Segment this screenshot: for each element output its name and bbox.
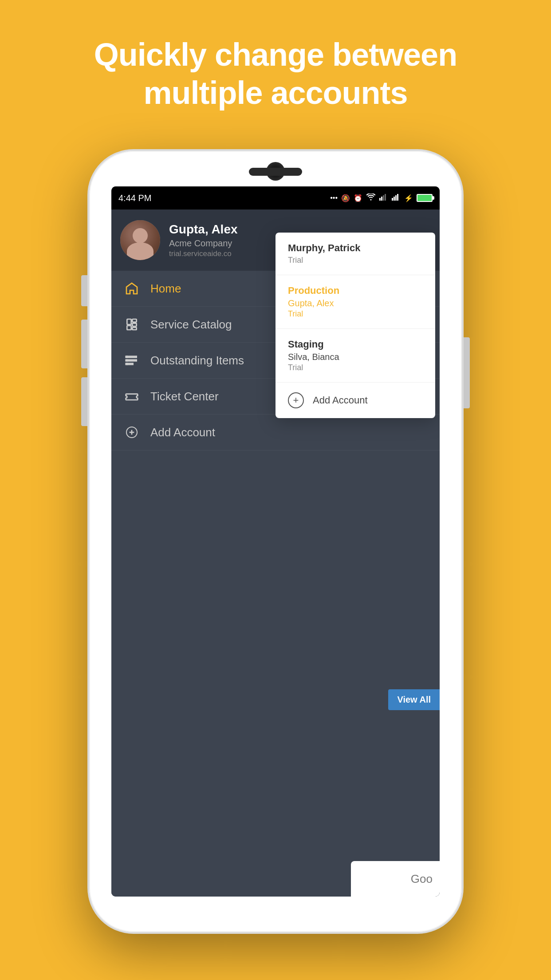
add-account-nav-icon	[124, 424, 140, 440]
murphy-env-name: Murphy, Patrick	[288, 242, 423, 254]
status-bar: 4:44 PM ••• 🔕 ⏰	[111, 186, 440, 209]
production-user-name: Gupta, Alex	[288, 298, 423, 308]
nav-label-home: Home	[150, 282, 181, 296]
svg-rect-11	[127, 326, 131, 330]
svg-rect-10	[132, 323, 136, 326]
svg-rect-15	[127, 364, 133, 365]
nav-label-outstanding-items: Outstanding Items	[150, 354, 244, 368]
mute-icon: 🔕	[341, 194, 350, 202]
earpiece-speaker	[249, 168, 302, 176]
murphy-tier: Trial	[288, 256, 423, 265]
dots-icon: •••	[330, 194, 338, 202]
svg-rect-12	[132, 328, 136, 330]
signal-icon	[379, 194, 388, 202]
charging-icon: ⚡	[404, 194, 413, 202]
status-time: 4:44 PM	[118, 193, 151, 203]
ticket-icon	[124, 388, 140, 404]
headline-line2: multiple accounts	[143, 75, 407, 111]
avatar	[120, 220, 160, 260]
svg-rect-16	[126, 356, 127, 358]
headline-line1: Quickly change between	[94, 37, 457, 72]
alarm-icon: ⏰	[354, 194, 362, 202]
production-tier: Trial	[288, 309, 423, 319]
production-env-name: Production	[288, 285, 423, 296]
svg-rect-9	[132, 319, 136, 322]
svg-rect-13	[127, 356, 136, 358]
add-circle-icon	[288, 392, 304, 408]
phone-device: 4:44 PM ••• 🔕 ⏰	[89, 151, 462, 932]
bottom-overlay: Goo	[351, 861, 440, 897]
dropdown-add-account-label: Add Account	[313, 395, 368, 406]
staging-tier: Trial	[288, 363, 423, 372]
app-content: Gupta, Alex Acme Company trial.serviceai…	[111, 209, 440, 897]
home-icon	[124, 281, 140, 296]
svg-rect-0	[379, 198, 381, 201]
account-item-murphy[interactable]: Murphy, Patrick Trial	[276, 233, 435, 275]
view-all-button[interactable]: View All	[388, 689, 440, 710]
avatar-image	[120, 220, 160, 260]
svg-rect-14	[127, 360, 136, 361]
battery-icon	[417, 194, 433, 202]
power-button	[464, 337, 470, 408]
svg-rect-17	[126, 360, 127, 361]
account-item-production[interactable]: Production Gupta, Alex Trial	[276, 275, 435, 329]
nav-item-add-account[interactable]: Add Account	[111, 415, 440, 450]
svg-rect-8	[127, 319, 131, 324]
svg-rect-7	[397, 194, 398, 201]
svg-rect-5	[394, 197, 395, 201]
staging-env-name: Staging	[288, 339, 423, 350]
list-icon	[124, 352, 140, 368]
nav-label-add-account: Add Account	[150, 426, 215, 439]
svg-rect-6	[395, 195, 397, 201]
nav-label-ticket-center: Ticket Center	[150, 390, 219, 403]
volume-mute-button	[81, 275, 87, 306]
staging-user-name: Silva, Bianca	[288, 352, 423, 362]
volume-up-button	[81, 320, 87, 368]
phone-screen: 4:44 PM ••• 🔕 ⏰	[111, 186, 440, 897]
svg-rect-2	[383, 195, 384, 201]
dropdown-add-account[interactable]: Add Account	[276, 383, 435, 418]
svg-rect-1	[381, 197, 382, 201]
google-text: Goo	[411, 872, 433, 886]
wifi-icon	[366, 194, 376, 202]
svg-rect-18	[126, 364, 127, 365]
nav-label-service-catalog: Service Catalog	[150, 318, 232, 332]
signal2-icon	[392, 194, 401, 202]
account-dropdown: Murphy, Patrick Trial Production Gupta, …	[276, 233, 435, 418]
volume-down-button	[81, 377, 87, 426]
account-item-staging[interactable]: Staging Silva, Bianca Trial	[276, 329, 435, 383]
page-headline: Quickly change between multiple accounts	[0, 0, 551, 139]
svg-rect-4	[392, 198, 393, 201]
catalog-icon	[124, 316, 140, 332]
status-icons: ••• 🔕 ⏰ ⚡	[330, 194, 433, 202]
svg-rect-3	[385, 194, 386, 201]
